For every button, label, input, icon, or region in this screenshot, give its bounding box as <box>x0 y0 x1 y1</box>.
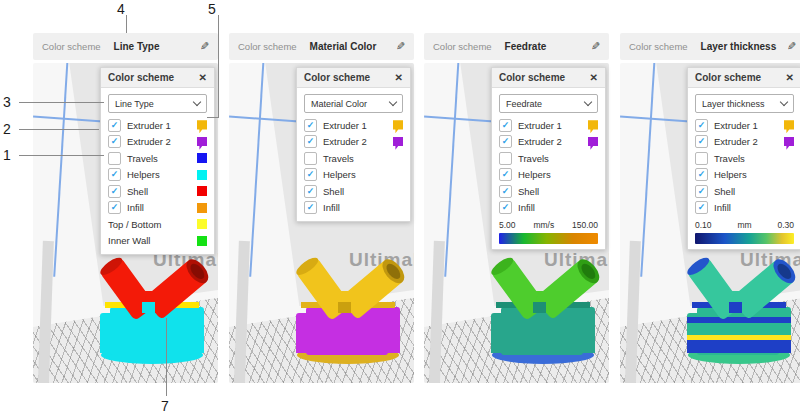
checkbox[interactable] <box>695 152 708 165</box>
checkbox[interactable]: ✓ <box>695 168 708 181</box>
checkbox[interactable]: ✓ <box>304 168 317 181</box>
row-label: Shell <box>323 186 344 197</box>
checkbox[interactable]: ✓ <box>304 201 317 214</box>
header-value: Feedrate <box>505 41 547 52</box>
checkbox[interactable] <box>499 152 512 165</box>
legend-min: 0.10 <box>695 220 712 230</box>
color-scheme-dropdown[interactable]: Layer thickness <box>695 94 794 113</box>
legend-row-extruder1: ✓ Extruder 1 <box>108 117 207 134</box>
checkbox[interactable]: ✓ <box>304 119 317 132</box>
model-preview <box>291 249 405 367</box>
model-band <box>296 335 400 340</box>
viewport-panel-layer-thickness: Color scheme Layer thickness ✎ Ultimaker <box>620 33 800 385</box>
callout-2: 2 <box>3 121 11 137</box>
popup-title: Color scheme <box>499 72 565 83</box>
chevron-down-icon <box>780 98 788 106</box>
edit-pencil-icon[interactable]: ✎ <box>396 40 405 53</box>
close-icon[interactable]: ✕ <box>199 72 207 83</box>
model-band <box>100 317 204 323</box>
model-preview <box>486 249 600 367</box>
checkbox[interactable]: ✓ <box>499 185 512 198</box>
checkbox[interactable] <box>108 152 121 165</box>
header-label: Color scheme <box>238 41 297 52</box>
checkbox[interactable]: ✓ <box>108 135 121 148</box>
legend-unit: mm <box>737 220 751 230</box>
model-band <box>296 317 400 323</box>
color-scheme-dropdown[interactable]: Material Color <box>304 94 403 113</box>
checkbox[interactable]: ✓ <box>499 135 512 148</box>
legend-row-helpers: ✓ Helpers <box>108 167 207 184</box>
color-swatch <box>197 236 207 246</box>
color-scheme-header: Color scheme Line Type ✎ <box>33 33 218 60</box>
legend-row-extruder1: ✓ Extruder 1 <box>695 117 794 134</box>
checkbox[interactable]: ✓ <box>108 119 121 132</box>
model-preview <box>682 249 796 367</box>
gradient-legend: 5.00 mm/s 150.00 <box>499 220 598 244</box>
close-icon[interactable]: ✕ <box>786 72 794 83</box>
checkbox[interactable]: ✓ <box>499 201 512 214</box>
edit-pencil-icon[interactable]: ✎ <box>787 40 796 53</box>
row-label: Top / Bottom <box>108 219 161 230</box>
close-icon[interactable]: ✕ <box>590 72 598 83</box>
legend-max: 0.30 <box>777 220 794 230</box>
checkbox[interactable] <box>304 152 317 165</box>
callout-1-line <box>19 155 104 156</box>
viewport-panel-line-type: Color scheme Line Type ✎ Ultimaker <box>33 33 218 385</box>
close-icon[interactable]: ✕ <box>395 72 403 83</box>
legend-row-infill: ✓ Infill <box>499 200 598 217</box>
model-notch <box>533 302 546 313</box>
popup-title: Color scheme <box>304 72 370 83</box>
checkbox[interactable]: ✓ <box>695 185 708 198</box>
edit-pencil-icon[interactable]: ✎ <box>200 40 209 53</box>
model-band <box>100 340 204 353</box>
checkbox[interactable]: ✓ <box>695 119 708 132</box>
checkbox[interactable]: ✓ <box>695 201 708 214</box>
checkbox[interactable]: ✓ <box>695 135 708 148</box>
color-scheme-dropdown[interactable]: Line Type <box>108 94 207 113</box>
popup-body: Layer thickness ✓ Extruder 1 ✓ Extruder … <box>688 88 800 249</box>
legend-row-infill: ✓ Infill <box>108 200 207 217</box>
dropdown-value: Material Color <box>311 99 367 109</box>
checkbox[interactable]: ✓ <box>108 168 121 181</box>
screenshot-root: Color scheme Line Type ✎ Ultimaker <box>0 0 800 417</box>
checkbox[interactable]: ✓ <box>108 185 121 198</box>
row-label: Extruder 2 <box>323 136 367 147</box>
checkbox[interactable]: ✓ <box>499 168 512 181</box>
popup-body: Material Color ✓ Extruder 1 ✓ Extruder 2… <box>297 88 410 221</box>
legend-row-travels: Travels <box>304 150 403 167</box>
popup-title: Color scheme <box>108 72 174 83</box>
color-scheme-header: Color scheme Feedrate ✎ <box>424 33 609 60</box>
row-label: Inner Wall <box>108 235 150 246</box>
checkbox[interactable]: ✓ <box>108 201 121 214</box>
checkbox[interactable]: ✓ <box>499 119 512 132</box>
chevron-down-icon <box>193 98 201 106</box>
row-label: Infill <box>323 202 340 213</box>
legend-min: 5.00 <box>499 220 516 230</box>
row-label: Infill <box>518 202 535 213</box>
color-swatch-extruder <box>197 120 207 133</box>
callout-3: 3 <box>3 94 11 110</box>
legend-row-travels: Travels <box>499 150 598 167</box>
color-swatch-extruder <box>784 120 794 133</box>
header-value: Line Type <box>114 41 160 52</box>
color-scheme-dropdown[interactable]: Feedrate <box>499 94 598 113</box>
model-band <box>491 317 595 323</box>
row-label: Extruder 2 <box>714 136 758 147</box>
color-swatch-extruder <box>393 120 403 133</box>
color-swatch <box>197 186 207 196</box>
row-label: Helpers <box>518 169 551 180</box>
model-band <box>100 335 204 340</box>
row-label: Travels <box>323 153 354 164</box>
popup-body: Feedrate ✓ Extruder 1 ✓ Extruder 2 Trave… <box>492 88 605 249</box>
edit-pencil-icon[interactable]: ✎ <box>591 40 600 53</box>
model-notch <box>729 302 742 313</box>
callout-7: 7 <box>161 398 169 414</box>
color-scheme-header: Color scheme Layer thickness ✎ <box>620 33 800 60</box>
row-label: Extruder 1 <box>323 120 367 131</box>
viewport-panel-material-color: Color scheme Material Color ✎ Ultimaker <box>229 33 414 385</box>
row-label: Travels <box>127 153 158 164</box>
model-band <box>491 335 595 340</box>
row-label: Extruder 1 <box>714 120 758 131</box>
checkbox[interactable]: ✓ <box>304 185 317 198</box>
checkbox[interactable]: ✓ <box>304 135 317 148</box>
